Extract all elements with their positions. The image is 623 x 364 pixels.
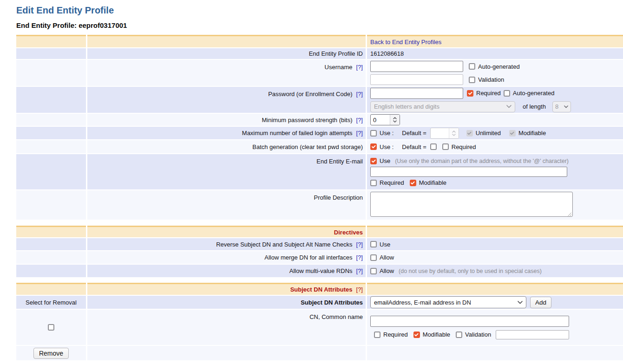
merge-dn-allow-checkbox[interactable] bbox=[370, 254, 377, 261]
email-modifiable-checkbox[interactable] bbox=[410, 180, 416, 186]
max-failed-default-input[interactable] bbox=[430, 128, 459, 139]
use-label: Use bbox=[380, 157, 390, 164]
use-label: Use : bbox=[380, 143, 393, 150]
merge-dn-label: Allow merge DN for all interfaces bbox=[264, 254, 352, 261]
min-strength-label: Minimum password strength (bits) bbox=[262, 117, 352, 124]
allow-label: Allow bbox=[380, 254, 394, 261]
min-password-strength-input[interactable]: 0 bbox=[370, 114, 400, 125]
number-stepper[interactable] bbox=[390, 115, 400, 125]
batch-default-checkbox[interactable] bbox=[430, 143, 437, 150]
back-to-profiles-link[interactable]: Back to End Entity Profiles bbox=[370, 39, 441, 46]
chevron-down-icon bbox=[506, 105, 512, 108]
username-validation-input[interactable] bbox=[370, 74, 463, 85]
multi-value-rdns-help-link[interactable]: [?] bbox=[356, 267, 363, 274]
cn-value-input[interactable] bbox=[370, 316, 569, 327]
checkmark-icon bbox=[411, 181, 415, 185]
email-required-checkbox[interactable] bbox=[370, 180, 377, 186]
row-allow-merge-dn: Allow merge DN for all interfaces [?] Al… bbox=[16, 251, 623, 264]
max-failed-use-checkbox[interactable] bbox=[370, 130, 377, 136]
directives-header-row: Directives bbox=[16, 226, 623, 237]
checkmark-icon bbox=[372, 159, 376, 163]
autogenerated-label: Auto-generated bbox=[513, 90, 555, 97]
profile-description-textarea[interactable] bbox=[370, 192, 573, 217]
cn-modifiable-checkbox[interactable] bbox=[413, 332, 420, 338]
subject-dn-attribute-select[interactable]: emailAddress, E-mail address in DN bbox=[370, 296, 526, 308]
password-input[interactable] bbox=[370, 88, 463, 99]
username-autogenerated-checkbox[interactable] bbox=[469, 63, 475, 70]
modifiable-label: Modifiable bbox=[518, 130, 546, 136]
allow-label: Allow bbox=[380, 267, 394, 274]
row-profile-id: End Entity Profile ID 1612086618 bbox=[16, 48, 623, 59]
row-subject-dn-attributes: Select for Removal Subject DN Attributes… bbox=[16, 296, 623, 309]
page-title: Edit End Entity Profile bbox=[16, 5, 623, 16]
max-failed-help-link[interactable]: [?] bbox=[356, 130, 363, 136]
required-label: Required bbox=[452, 143, 476, 150]
password-length-select[interactable]: 8 bbox=[552, 101, 571, 112]
username-input[interactable] bbox=[370, 61, 463, 72]
use-label: Use : bbox=[380, 130, 393, 136]
default-label: Default = bbox=[402, 143, 426, 150]
chevron-down-icon bbox=[518, 301, 523, 304]
use-label: Use bbox=[380, 241, 390, 248]
email-domain-input[interactable] bbox=[370, 167, 567, 177]
profile-id-value: 1612086618 bbox=[370, 50, 404, 57]
password-charset-select[interactable]: English letters and digits bbox=[370, 101, 515, 112]
reverse-checks-help-link[interactable]: [?] bbox=[356, 241, 363, 248]
modifiable-label: Modifiable bbox=[423, 331, 450, 338]
add-attribute-button[interactable]: Add bbox=[530, 297, 551, 308]
multi-value-rdns-label: Allow multi-value RDNs bbox=[289, 267, 353, 274]
cn-label: CN, Common name bbox=[309, 313, 363, 320]
max-failed-label: Maximum number of failed login attempts bbox=[242, 130, 353, 136]
max-failed-modifiable-checkbox bbox=[509, 130, 516, 136]
reverse-checks-label: Reverse Subject DN and Subject Alt Name … bbox=[216, 241, 352, 248]
batch-use-checkbox[interactable] bbox=[370, 143, 377, 150]
username-help-link[interactable]: [?] bbox=[356, 64, 363, 71]
batch-required-checkbox[interactable] bbox=[442, 143, 449, 150]
validation-label: Validation bbox=[478, 76, 504, 83]
number-stepper bbox=[449, 128, 459, 138]
default-label: Default = bbox=[402, 130, 426, 136]
modifiable-label: Modifiable bbox=[419, 179, 446, 186]
autogenerated-label: Auto-generated bbox=[478, 63, 520, 70]
row-reverse-dn-checks: Reverse Subject DN and Subject Alt Name … bbox=[16, 238, 623, 250]
password-autogenerated-checkbox[interactable] bbox=[504, 90, 510, 97]
cn-removal-checkbox[interactable] bbox=[48, 324, 54, 331]
password-help-link[interactable]: [?] bbox=[356, 91, 363, 98]
subject-dn-help-link[interactable]: [?] bbox=[356, 286, 363, 293]
row-profile-description: Profile Description bbox=[16, 190, 623, 220]
validation-label: Validation bbox=[465, 331, 491, 338]
of-length-label: of length bbox=[523, 103, 546, 110]
multi-value-rdns-note: (do not use by default, only to be used … bbox=[399, 268, 542, 274]
spinner-up-icon bbox=[452, 130, 456, 133]
cn-required-checkbox[interactable] bbox=[374, 332, 380, 338]
directives-section-title: Directives bbox=[334, 229, 363, 236]
table-header-row: Back to End Entity Profiles bbox=[16, 35, 623, 47]
checkmark-icon bbox=[468, 91, 472, 95]
email-use-checkbox[interactable] bbox=[370, 158, 377, 164]
email-note: (Use only the domain part of the address… bbox=[395, 158, 569, 164]
selected-option: English letters and digits bbox=[374, 103, 439, 110]
username-label: Username bbox=[325, 64, 353, 71]
subject-dn-attributes-label: Subject DN Attributes bbox=[301, 299, 363, 306]
selected-option: 8 bbox=[555, 103, 558, 110]
min-strength-help-link[interactable]: [?] bbox=[356, 117, 363, 124]
required-label: Required bbox=[383, 331, 408, 338]
reverse-checks-use-checkbox[interactable] bbox=[370, 241, 377, 247]
subject-dn-header-row: Subject DN Attributes [?] bbox=[16, 283, 623, 295]
select-for-removal-label: Select for Removal bbox=[26, 299, 77, 306]
description-label: Profile Description bbox=[314, 194, 363, 201]
unlimited-label: Unlimited bbox=[476, 130, 501, 136]
cn-validation-input[interactable] bbox=[496, 330, 569, 339]
row-username: Username [?] Auto-generated Validation bbox=[16, 60, 623, 86]
multi-value-rdns-allow-checkbox[interactable] bbox=[370, 268, 377, 274]
row-min-password-strength: Minimum password strength (bits) [?] 0 bbox=[16, 114, 623, 126]
remove-attribute-button[interactable]: Remove bbox=[33, 348, 69, 359]
edit-end-entity-profile-page: Edit End Entity Profile End Entity Profi… bbox=[0, 5, 623, 360]
header-spacer-cell bbox=[16, 35, 86, 47]
merge-dn-help-link[interactable]: [?] bbox=[356, 254, 363, 261]
username-validation-checkbox[interactable] bbox=[469, 77, 475, 83]
cn-validation-checkbox[interactable] bbox=[456, 332, 462, 338]
email-label: End Entity E-mail bbox=[316, 158, 363, 165]
password-required-checkbox[interactable] bbox=[467, 90, 473, 97]
spinner-down-icon bbox=[393, 120, 397, 123]
